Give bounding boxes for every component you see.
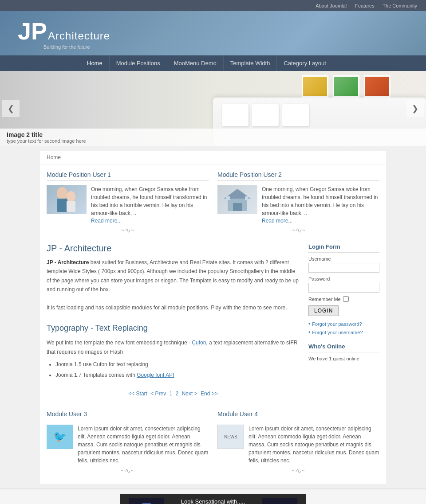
slider-pic-3	[364, 75, 390, 98]
user-module-1-content: One morning, when Gregor Samsa woke from…	[47, 185, 209, 224]
bottom-module-4-content: NEWS Lorem ipsum dolor sit amet, consect…	[217, 425, 379, 465]
svg-rect-3	[67, 201, 75, 212]
main-content: JP - Architecture JP - Architecture best…	[47, 243, 300, 403]
slider-pillows	[213, 98, 426, 133]
pagination-1[interactable]: 1	[170, 391, 173, 397]
bottom-module-3-title: Module User 3	[47, 410, 209, 420]
pagination-prev[interactable]: < Prev	[150, 391, 166, 397]
slider-subtitle: type your text for second image here	[7, 138, 419, 144]
typography-title: Typography - Text Replacing	[47, 321, 300, 335]
remember-row: Remember Me	[308, 296, 379, 302]
banner-inner: J! Look Sensational with..... gear from …	[120, 494, 306, 504]
breadcrumb: Home	[40, 151, 386, 164]
forgot-password-item: Forgot your password?	[308, 320, 379, 328]
remember-checkbox[interactable]	[343, 296, 349, 302]
svg-point-0	[57, 187, 67, 199]
slider: ❮ ❯ Image 2 title type your text for sec…	[0, 71, 426, 146]
article-list: Joomla 1.5 use Cufon for text replacing …	[55, 360, 300, 379]
topbar-features[interactable]: Features	[355, 3, 374, 8]
article-title: JP - Architecture	[47, 243, 300, 254]
login-button[interactable]: LOGIN	[308, 305, 339, 316]
person-icon	[49, 185, 84, 214]
footer-banner: J! Look Sensational with..... gear from …	[0, 488, 426, 504]
bottom-module-3-content: 🐦 Lorem ipsum dolor sit amet, consectetu…	[47, 425, 209, 465]
user-module-1-image	[47, 185, 87, 214]
slider-title: Image 2 title	[7, 131, 419, 138]
nav-item-home[interactable]: Home	[80, 55, 110, 71]
user-module-1-text-area: One morning, when Gregor Samsa woke from…	[91, 185, 209, 224]
cufon-link[interactable]: Cufon	[192, 340, 206, 346]
nav-list: Home Module Positions MooMenu Demo Templ…	[0, 55, 426, 71]
pagination-2[interactable]: 2	[176, 391, 179, 397]
user-module-2-title: Module Position User 2	[217, 171, 379, 181]
user-module-1-title: Module Position User 1	[47, 171, 209, 181]
nav: Home Module Positions MooMenu Demo Templ…	[0, 55, 426, 71]
bottom-module-4: Module User 4 NEWS Lorem ipsum dolor sit…	[217, 410, 379, 477]
logo-tagline: Building for the future	[43, 44, 110, 50]
forgot-username-item: Forgot your username?	[308, 328, 379, 336]
svg-rect-8	[245, 196, 248, 200]
logo-jp: JP	[18, 19, 47, 43]
bottom-module-4-title: Module User 4	[217, 410, 379, 420]
logo: JP Architecture Building for the future	[18, 19, 110, 50]
slider-next-button[interactable]: ❯	[406, 100, 424, 117]
article-body: JP - Architecture best suited for Busine…	[47, 258, 300, 379]
login-links: Forgot your password? Forgot your userna…	[308, 320, 379, 336]
pillow-3	[282, 104, 309, 126]
logo-architecture: Architecture	[48, 30, 110, 42]
pagination-start[interactable]: << Start	[128, 391, 147, 397]
slider-pic-1	[302, 75, 328, 98]
user-module-2-read-more[interactable]: Read more...	[262, 218, 292, 224]
whos-online-text: We have 1 guest online	[308, 356, 379, 361]
user-module-2-content: One morning, when Gregor Samsa woke from…	[217, 185, 379, 224]
nav-item-positions[interactable]: Module Positions	[110, 55, 167, 71]
slider-inner: ❮ ❯ Image 2 title type your text for sec…	[0, 71, 426, 146]
banner-image-left: J!	[129, 498, 164, 504]
svg-rect-1	[57, 199, 67, 212]
svg-rect-6	[233, 203, 242, 211]
pagination-next[interactable]: Next >	[182, 391, 197, 397]
content-area: Home Module Position User 1	[40, 151, 386, 484]
banner-text: Look Sensational with..... gear from the…	[173, 497, 253, 504]
forgot-username-link[interactable]: Forgot your username?	[312, 330, 363, 335]
pagination-end[interactable]: End >>	[201, 391, 218, 397]
topbar-community[interactable]: The Community	[383, 3, 417, 8]
banner-image-right: J!	[262, 498, 297, 504]
bottom-module-4-image: NEWS	[217, 425, 244, 449]
user-module-2: Module Position User 2 One morning, when…	[217, 171, 379, 237]
user-module-2-text-area: One morning, when Gregor Samsa woke from…	[262, 185, 379, 224]
slider-prev-button[interactable]: ❮	[2, 100, 20, 117]
google-font-link[interactable]: Google font API	[137, 372, 174, 378]
hat-icon: J!	[266, 500, 293, 504]
slider-pictures	[302, 75, 390, 98]
sidebar: Login Form Username Password Remember Me…	[308, 243, 379, 403]
topbar-about[interactable]: About Joomla!	[316, 3, 347, 8]
module-4-divider: ~∿~	[217, 465, 379, 477]
password-input[interactable]	[308, 283, 379, 293]
nav-item-moomenu[interactable]: MooMenu Demo	[167, 55, 224, 71]
slider-pic-2	[333, 75, 359, 98]
login-form-title: Login Form	[308, 243, 379, 253]
main-body: JP - Architecture JP - Architecture best…	[40, 239, 386, 408]
list-item-2: Joomla 1.7 Templates comes with Google f…	[55, 371, 300, 379]
main-wrap: Home Module Position User 1	[0, 146, 426, 488]
user-module-1-read-more[interactable]: Read more...	[91, 218, 122, 224]
house-icon	[220, 185, 255, 214]
top-bar: About Joomla! Features The Community	[0, 0, 426, 11]
user-modules-bottom: Module User 3 🐦 Lorem ipsum dolor sit am…	[40, 408, 386, 484]
svg-rect-7	[226, 196, 230, 200]
module-1-divider: ~∿~	[47, 224, 209, 237]
bottom-module-3-image: 🐦	[47, 425, 73, 449]
header: JP Architecture Building for the future	[0, 11, 426, 55]
user-module-2-image	[217, 185, 257, 214]
slider-caption: Image 2 title type your text for second …	[0, 129, 426, 146]
svg-point-2	[67, 191, 75, 202]
pagination: << Start < Prev 1 2 Next > End >>	[47, 384, 300, 403]
pillow-1	[222, 104, 248, 126]
username-label: Username	[308, 256, 379, 262]
forgot-password-link[interactable]: Forgot your password?	[312, 321, 362, 327]
password-label: Password	[308, 276, 379, 281]
username-input[interactable]	[308, 263, 379, 273]
nav-item-width[interactable]: Template Width	[224, 55, 277, 71]
nav-item-category[interactable]: Category Layout	[277, 55, 333, 71]
